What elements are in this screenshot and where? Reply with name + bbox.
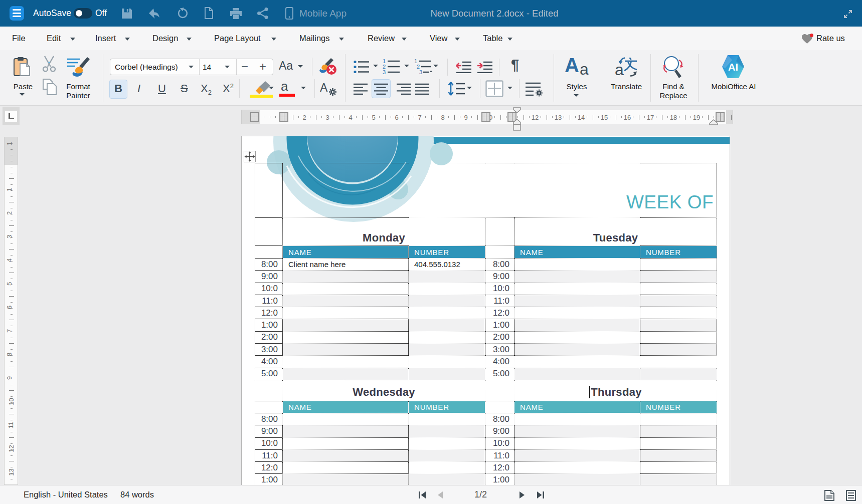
svg-text:AI: AI (728, 62, 738, 73)
svg-text:3: 3 (383, 69, 386, 75)
svg-text:a: a (615, 61, 624, 79)
svg-text:3: 3 (419, 69, 422, 75)
